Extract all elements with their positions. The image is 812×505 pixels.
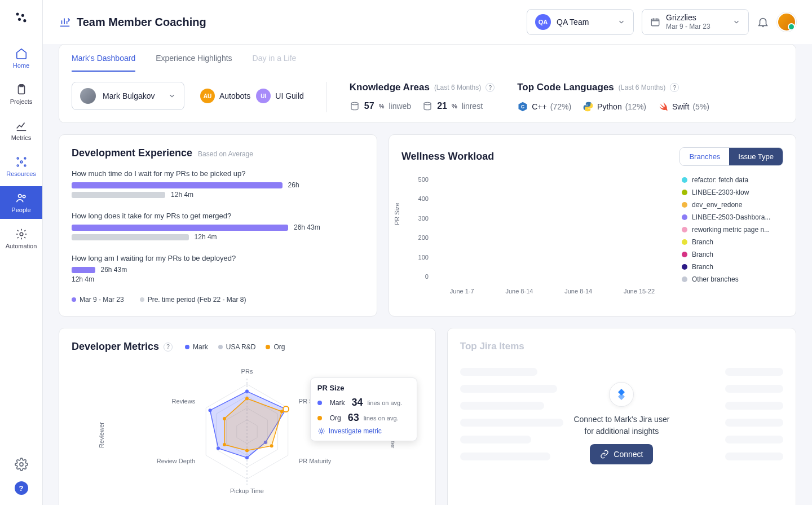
chevron-down-icon — [168, 92, 176, 100]
tab-experience[interactable]: Experience Highlights — [156, 54, 232, 72]
user-avatar[interactable] — [777, 12, 796, 32]
bar-question: How long does it take for my PRs to get … — [72, 212, 364, 220]
team-selector-label: QA Team — [557, 17, 589, 27]
legend-item: reworking metric page n... — [682, 226, 783, 234]
team-tags: AU Autobots UI UI Guild — [200, 89, 304, 103]
team-badge: QA — [535, 14, 551, 30]
sidebar-item-home[interactable]: Home — [0, 42, 42, 74]
svg-point-28 — [245, 456, 249, 459]
calendar-icon — [650, 17, 660, 27]
wellness-workload-card: Wellness Workload Branches Issue Type PR… — [389, 134, 796, 317]
database-icon — [350, 101, 360, 111]
svg-text:PRs: PRs — [241, 368, 253, 375]
tab-day-in-life[interactable]: Day in a Life — [253, 54, 297, 72]
jira-message: Connect to Mark's Jira userfor additiona… — [573, 414, 669, 437]
period-label: Grizzlies — [666, 14, 710, 22]
svg-text:Reviews: Reviews — [172, 398, 196, 405]
sidebar-item-label: Metrics — [11, 134, 31, 141]
svg-point-8 — [17, 165, 19, 166]
sidebar-item-automation[interactable]: Automation — [0, 222, 42, 255]
legend-item: Other branches — [682, 275, 783, 283]
sidebar-item-label: People — [11, 207, 30, 213]
notifications-icon[interactable] — [757, 16, 769, 28]
top-languages: Top Code Languages (Last 6 Months) ? C C… — [517, 82, 709, 112]
link-icon — [600, 450, 609, 459]
tab-dashboard[interactable]: Mark's Dashboard — [72, 54, 135, 72]
knowledge-areas: Knowledge Areas (Last 6 Months) ? 57% li… — [350, 82, 495, 111]
sidebar-item-metrics[interactable]: Metrics — [0, 114, 42, 147]
developer-metrics-card: Developer Metrics ? MarkUSA R&DOrg PRsPR… — [59, 328, 436, 505]
wellness-chart: PR Size 5004003002001000 June 1-7June 8-… — [401, 176, 670, 295]
svg-point-30 — [209, 409, 212, 412]
page-title: Team Member Coaching — [77, 16, 206, 29]
wellness-toggle: Branches Issue Type — [679, 147, 783, 166]
top-jira-items-card: Top Jira Items Connec — [447, 328, 796, 505]
sidebar-item-label: Home — [13, 62, 29, 69]
svg-point-37 — [223, 417, 226, 420]
bar-question: How long am I waiting for my PRs to be d… — [72, 254, 364, 262]
toggle-branches[interactable]: Branches — [680, 148, 729, 165]
topbar: Team Member Coaching QA QA Team Grizzlie… — [43, 0, 812, 44]
radar-tooltip: PR Size Mark34lines on avg. Org63lines o… — [310, 377, 417, 441]
svg-point-12 — [20, 232, 23, 236]
clipboard-icon — [15, 84, 28, 96]
tag-badge: AU — [200, 89, 215, 103]
chevron-down-icon — [732, 18, 740, 26]
legend-item: Branch — [682, 251, 783, 258]
team-tag: UI UI Guild — [256, 89, 304, 103]
svg-point-36 — [223, 443, 226, 446]
toggle-issue-type[interactable]: Issue Type — [729, 148, 783, 165]
sidebar-item-resources[interactable]: Resources — [0, 150, 42, 183]
chart-icon — [15, 120, 28, 132]
help-button[interactable]: ? — [15, 481, 28, 495]
legend-current: Mar 9 - Mar 23 — [72, 296, 124, 304]
svg-point-29 — [217, 446, 220, 450]
person-selector[interactable]: Mark Bulgakov — [72, 82, 184, 110]
radar-chart: PRsPR SizePR MaturityPickup TimeReview D… — [72, 358, 423, 505]
svg-text:PR Maturity: PR Maturity — [299, 458, 332, 464]
home-icon — [15, 47, 28, 60]
sidebar-item-label: Projects — [10, 98, 33, 105]
help-icon[interactable]: ? — [670, 83, 679, 92]
tag-badge: UI — [256, 89, 271, 103]
knowledge-item: 57% linweb — [350, 101, 411, 111]
svg-point-6 — [17, 157, 19, 159]
svg-text:Review Depth: Review Depth — [157, 458, 195, 464]
investigate-link[interactable]: Investigate metric — [317, 427, 410, 435]
legend-item: refactor: fetch data — [682, 176, 783, 184]
svg-point-3 — [23, 19, 26, 22]
svg-point-25 — [245, 390, 249, 393]
legend-item: LINBEE-2503-Dashbora... — [682, 213, 783, 221]
svg-point-9 — [24, 165, 26, 166]
connect-button[interactable]: Connect — [590, 444, 653, 464]
coaching-icon — [59, 16, 71, 28]
person-avatar — [80, 88, 96, 104]
svg-point-44 — [283, 406, 289, 412]
swift-icon — [657, 101, 669, 112]
people-icon — [15, 192, 28, 204]
person-name: Mark Bulgakov — [103, 91, 155, 100]
sidebar-item-people[interactable]: People — [0, 186, 42, 219]
svg-point-16 — [424, 102, 431, 105]
svg-point-34 — [270, 444, 273, 447]
help-icon[interactable]: ? — [164, 342, 173, 352]
legend-item: Branch — [682, 238, 783, 246]
jira-icon — [609, 382, 634, 407]
legend-item: Org — [266, 343, 285, 351]
svg-point-0 — [16, 12, 19, 15]
sidebar-item-projects[interactable]: Projects — [0, 78, 42, 111]
svg-point-35 — [245, 449, 249, 453]
svg-point-1 — [21, 14, 24, 17]
settings-icon[interactable] — [15, 458, 28, 471]
period-selector[interactable]: Grizzlies Mar 9 - Mar 23 — [642, 9, 749, 35]
svg-point-13 — [20, 463, 23, 466]
svg-rect-14 — [651, 19, 659, 26]
team-selector[interactable]: QA QA Team — [527, 9, 634, 35]
cpp-icon: C — [517, 101, 528, 112]
svg-point-32 — [245, 397, 249, 400]
chevron-down-icon — [617, 18, 625, 26]
help-icon[interactable]: ? — [486, 83, 495, 92]
tabs: Mark's Dashboard Experience Highlights D… — [59, 44, 796, 72]
database-icon — [422, 101, 433, 111]
knowledge-item: 21% linrest — [422, 101, 483, 111]
